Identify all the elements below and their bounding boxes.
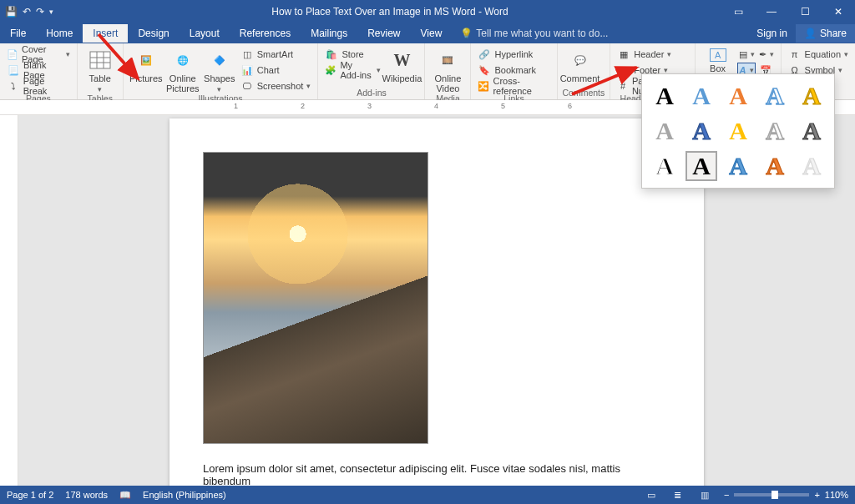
hyperlink-label: Hyperlink bbox=[494, 49, 533, 59]
wordart-style-6[interactable]: A bbox=[686, 116, 717, 146]
tab-layout[interactable]: Layout bbox=[180, 24, 230, 43]
view-read-mode-icon[interactable]: ▭ bbox=[644, 490, 659, 501]
redo-icon[interactable]: ↷ bbox=[36, 6, 44, 18]
wordart-style-4[interactable]: A bbox=[796, 81, 827, 111]
tab-review[interactable]: Review bbox=[357, 24, 410, 43]
store-label: Store bbox=[341, 49, 363, 59]
text-box-label: Box bbox=[710, 63, 726, 73]
ruler-mark: 5 bbox=[501, 102, 505, 110]
table-button[interactable]: Table bbox=[83, 45, 118, 93]
equation-button[interactable]: πEquation bbox=[787, 47, 850, 62]
ribbon-display-icon[interactable]: ▭ bbox=[721, 6, 755, 18]
screenshot-label: Screenshot bbox=[257, 81, 304, 91]
maximize-icon[interactable]: ☐ bbox=[788, 6, 822, 18]
zoom-level[interactable]: 110% bbox=[825, 490, 848, 500]
tab-file[interactable]: File bbox=[0, 24, 36, 43]
my-addins-button[interactable]: 🧩My Add-ins bbox=[323, 63, 382, 78]
text-box-icon: A bbox=[710, 48, 726, 62]
sign-in-button[interactable]: Sign in bbox=[748, 28, 796, 39]
group-addins-label: Add-ins bbox=[323, 88, 419, 99]
group-media: 🎞️Online Video Media bbox=[425, 43, 471, 99]
wordart-style-11[interactable]: A bbox=[686, 151, 717, 181]
page-break-button[interactable]: ⤵Page Break bbox=[5, 78, 72, 93]
wordart-style-9[interactable]: A bbox=[796, 116, 827, 146]
status-bar: Page 1 of 2 178 words 📖 English (Philipp… bbox=[0, 486, 855, 504]
save-icon[interactable]: 💾 bbox=[5, 6, 18, 18]
online-video-button[interactable]: 🎞️Online Video bbox=[430, 45, 465, 93]
document-page[interactable]: Lorem ipsum dolor sit amet, consectetur … bbox=[169, 118, 704, 486]
zoom-slider[interactable] bbox=[734, 493, 809, 496]
online-pictures-button[interactable]: 🌐Online Pictures bbox=[165, 45, 200, 93]
status-words[interactable]: 178 words bbox=[65, 490, 108, 500]
tell-me-input[interactable]: Tell me what you want to do... bbox=[476, 28, 608, 39]
chart-button[interactable]: 📊Chart bbox=[239, 63, 313, 78]
wordart-style-12[interactable]: A bbox=[722, 151, 754, 181]
shapes-button[interactable]: 🔷Shapes bbox=[202, 45, 237, 93]
minimize-icon[interactable]: — bbox=[755, 6, 788, 18]
qat-customize-icon[interactable]: ▾ bbox=[49, 8, 53, 16]
screenshot-icon: 🖵 bbox=[240, 79, 254, 93]
cross-reference-button[interactable]: 🔀Cross-reference bbox=[476, 78, 551, 93]
wordart-style-1[interactable]: A bbox=[686, 81, 717, 111]
wordart-style-13[interactable]: A bbox=[759, 151, 791, 181]
screenshot-button[interactable]: 🖵Screenshot bbox=[239, 78, 313, 93]
tab-design[interactable]: Design bbox=[128, 24, 179, 43]
hyperlink-button[interactable]: 🔗Hyperlink bbox=[476, 47, 551, 62]
close-icon[interactable]: ✕ bbox=[822, 6, 855, 18]
view-print-layout-icon[interactable]: ≣ bbox=[670, 490, 686, 501]
zoom-out-button[interactable]: − bbox=[724, 490, 729, 500]
header-label: Header bbox=[634, 49, 664, 59]
signature-line-button[interactable]: ✒ bbox=[757, 47, 776, 62]
hyperlink-icon: 🔗 bbox=[478, 48, 491, 61]
view-web-layout-icon[interactable]: ▥ bbox=[697, 490, 712, 501]
status-language[interactable]: English (Philippines) bbox=[143, 490, 226, 500]
page-break-icon: ⤵ bbox=[7, 79, 20, 93]
vertical-ruler[interactable] bbox=[0, 115, 18, 486]
table-label: Table bbox=[89, 73, 111, 83]
lightbulb-icon: 💡 bbox=[460, 28, 473, 39]
online-video-icon: 🎞️ bbox=[436, 48, 459, 72]
group-comments: 💬Comment Comments bbox=[558, 43, 611, 99]
my-addins-icon: 🧩 bbox=[325, 63, 336, 77]
page-number-icon: # bbox=[617, 79, 629, 93]
wikipedia-button[interactable]: WWikipedia bbox=[384, 45, 419, 88]
smartart-label: SmartArt bbox=[257, 49, 293, 59]
smartart-button[interactable]: ◫SmartArt bbox=[239, 47, 313, 62]
header-button[interactable]: ▦Header bbox=[615, 47, 689, 62]
smartart-icon: ◫ bbox=[240, 48, 254, 61]
pictures-button[interactable]: 🖼️Pictures bbox=[129, 45, 164, 93]
status-proofing-icon[interactable]: 📖 bbox=[119, 490, 131, 501]
shapes-icon: 🔷 bbox=[208, 48, 231, 72]
wordart-style-7[interactable]: A bbox=[722, 116, 754, 146]
tab-home[interactable]: Home bbox=[36, 24, 83, 43]
equation-label: Equation bbox=[805, 49, 841, 59]
wordart-style-5[interactable]: A bbox=[649, 116, 680, 146]
menu-bar: File Home Insert Design Layout Reference… bbox=[0, 23, 855, 43]
wordart-style-8[interactable]: A bbox=[759, 116, 791, 146]
body-paragraph[interactable]: Lorem ipsum dolor sit amet, consectetur … bbox=[203, 462, 670, 486]
quick-parts-button[interactable]: ▤ bbox=[737, 47, 756, 62]
tab-view[interactable]: View bbox=[411, 24, 453, 43]
equation-icon: π bbox=[788, 48, 802, 61]
wikipedia-icon: W bbox=[390, 48, 413, 72]
tab-insert[interactable]: Insert bbox=[83, 24, 128, 43]
tab-mailings[interactable]: Mailings bbox=[301, 24, 357, 43]
shapes-label: Shapes bbox=[204, 73, 235, 83]
online-video-label: Online Video bbox=[430, 73, 465, 93]
online-pictures-label: Online Pictures bbox=[165, 73, 200, 93]
undo-icon[interactable]: ↶ bbox=[23, 6, 31, 18]
tab-references[interactable]: References bbox=[230, 24, 301, 43]
cross-reference-icon: 🔀 bbox=[478, 79, 489, 93]
wordart-style-14[interactable]: A bbox=[796, 151, 827, 181]
wordart-style-3[interactable]: A bbox=[759, 81, 791, 111]
comment-button[interactable]: 💬Comment bbox=[563, 45, 598, 88]
inserted-image[interactable] bbox=[203, 152, 428, 444]
status-page[interactable]: Page 1 of 2 bbox=[7, 490, 53, 500]
share-button[interactable]: 👤 Share bbox=[796, 24, 855, 43]
wordart-style-0[interactable]: A bbox=[649, 81, 680, 111]
bookmark-icon: 🔖 bbox=[478, 63, 491, 77]
wordart-style-10[interactable]: A bbox=[649, 151, 680, 181]
zoom-in-button[interactable]: + bbox=[814, 490, 819, 500]
group-tables: Table Tables bbox=[78, 43, 124, 99]
wordart-style-2[interactable]: A bbox=[722, 81, 754, 111]
